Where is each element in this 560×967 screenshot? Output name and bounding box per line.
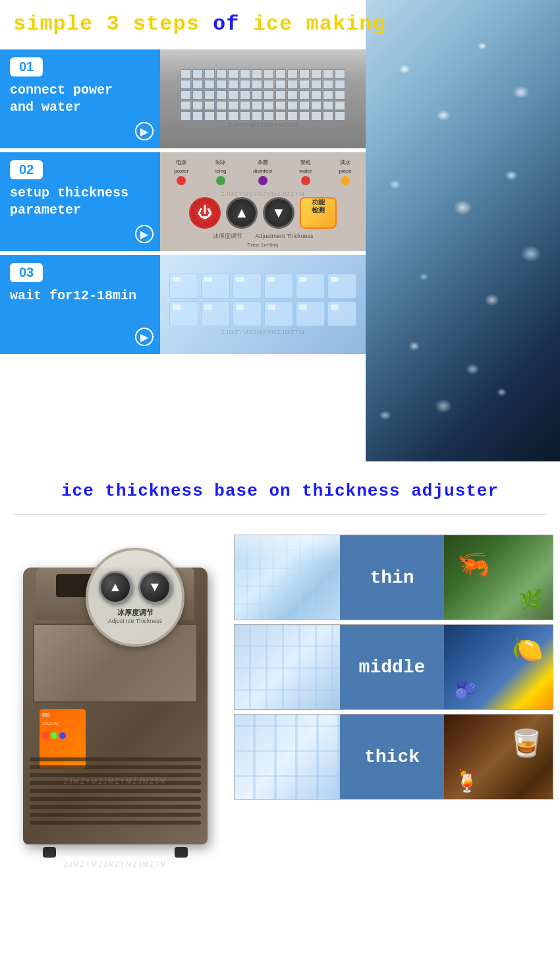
indicator-icing: 制冰 icing <box>215 159 226 185</box>
bottom-watermark: ZJMZYMZJMZYMZJMZTM <box>7 861 224 868</box>
grid-cell <box>264 111 274 121</box>
indicator-water-label-cn: 警检 <box>300 159 311 166</box>
grid-cell <box>216 111 227 121</box>
ice-cube-10 <box>264 301 293 326</box>
ice-cube-11 <box>296 301 325 326</box>
step-1-text: connect powerand water <box>10 82 154 116</box>
ice-cube-1 <box>169 274 198 299</box>
title-yellow-2: ice making <box>239 12 385 36</box>
grid-cell <box>323 80 333 89</box>
machine-vent-2 <box>30 765 201 769</box>
grid-cell <box>311 69 322 78</box>
grid-cell <box>228 69 238 78</box>
grid-cell <box>240 80 250 89</box>
wheel-left <box>43 847 56 858</box>
adjuster-label-en: Adjust Ice Thickness <box>108 618 162 624</box>
grid-cell <box>287 101 298 110</box>
thickness-row-thick: thick <box>234 714 553 800</box>
grid-cell <box>252 80 262 89</box>
grid-cell <box>204 90 215 100</box>
indicator-power-label-en: power <box>174 168 188 174</box>
machine-vent-6 <box>30 797 201 801</box>
grid-cell <box>264 101 274 110</box>
grid-cell <box>192 111 203 121</box>
ice-background <box>366 0 560 461</box>
machine-watermark: ZJMZYMZJMZYMZJMZTM <box>63 778 167 785</box>
indicator-disinfect: 杀菌 disinfect <box>253 159 272 185</box>
grid-cell <box>299 90 310 100</box>
indicator-icing-label-en: icing <box>215 168 226 174</box>
grid-cell <box>240 111 250 121</box>
grid-cell <box>299 101 310 110</box>
indicator-piece-label-cn: 满水 <box>340 159 350 166</box>
machine-wheels <box>7 847 224 858</box>
grid-cell <box>275 111 286 121</box>
machine-vent-5 <box>30 789 201 793</box>
grid-cell <box>252 69 262 78</box>
step-3-image: ZJMZYMZJMZYMZJMZTM <box>160 255 366 354</box>
func-button[interactable]: 功能检测 <box>300 197 337 229</box>
machine-vents <box>30 757 201 825</box>
grid-cell <box>252 111 262 121</box>
step-1-left: 01 connect powerand water ▶ <box>0 49 160 148</box>
thick-ice-preview <box>235 715 340 800</box>
control-buttons: ⏻ ▲ ▼ 功能检测 <box>189 197 337 229</box>
step-3-text: wait for12-18min <box>10 287 154 305</box>
adj-label-cn: 冰厚度调节 <box>213 233 242 239</box>
drinks-image <box>444 625 553 710</box>
grid-cell <box>335 80 345 89</box>
adjuster-down-btn[interactable]: ▼ <box>138 571 171 604</box>
middle-section: ice thickness base on thickness adjuster <box>0 461 560 508</box>
grid-cell <box>275 101 286 110</box>
indicator-piece: 满水 piece <box>339 159 351 185</box>
main-title: simple 3 steps of ice making <box>13 12 386 36</box>
power-button[interactable]: ⏻ <box>189 197 221 229</box>
middle-label: middle <box>359 657 426 678</box>
grid-cell <box>275 80 286 89</box>
indicator-piece-label-en: piece <box>339 168 351 174</box>
grid-cell <box>204 80 215 89</box>
machine-container: ▲ ▼ 冰厚度调节 Adjust Ice Thickness BS ZJMZYM <box>7 528 224 868</box>
wheel-right <box>175 847 188 858</box>
indicator-disinfect-label-cn: 杀菌 <box>258 159 268 166</box>
indicator-piece-dot <box>341 176 350 185</box>
grid-cell <box>192 90 203 100</box>
grid-cell <box>228 111 238 121</box>
grid-cell <box>335 101 345 110</box>
grid-cell <box>216 90 227 100</box>
grid-cell <box>287 111 298 121</box>
up-button[interactable]: ▲ <box>226 197 258 229</box>
grid-cell <box>216 69 227 78</box>
grid-cell <box>192 101 203 110</box>
grid-cell <box>335 111 345 121</box>
step-3-row: 03 wait for12-18min ▶ ZJMZYMZJMZYMZJMZTM <box>0 255 366 354</box>
down-button[interactable]: ▼ <box>263 197 294 229</box>
ice-cube-6 <box>327 274 356 299</box>
ice-cube-4 <box>264 274 293 299</box>
grid-cell <box>216 101 227 110</box>
step-2-left: 02 setup thicknessparameter ▶ <box>0 152 160 251</box>
grid-cell <box>335 90 345 100</box>
cocktail-image <box>444 715 553 800</box>
grid-cell <box>311 90 322 100</box>
grid-cell <box>181 111 191 121</box>
adjuster-circle: ▲ ▼ 冰厚度调节 Adjust Ice Thickness <box>86 548 184 647</box>
grid-cell <box>240 69 250 78</box>
indicator-power-label-cn: 电源 <box>176 159 186 166</box>
grid-row-3 <box>181 90 345 100</box>
grid-cell <box>323 101 333 110</box>
grid-cell <box>311 80 322 89</box>
control-indicators: 电源 power 制冰 icing 杀菌 disinfect <box>167 159 359 185</box>
grid-cell <box>240 101 250 110</box>
ice-cube-3 <box>233 274 262 299</box>
grid-cell <box>287 80 298 89</box>
indicator-power-dot <box>177 176 186 185</box>
grid-row-1 <box>181 69 345 78</box>
grid-cell <box>311 101 322 110</box>
ice-cube-7 <box>169 301 198 326</box>
grid-cell <box>216 80 227 89</box>
step-2-number: 02 <box>10 160 43 179</box>
indicator-icing-label-cn: 制冰 <box>215 159 226 166</box>
adjuster-buttons: ▲ ▼ <box>99 571 171 604</box>
adjuster-up-btn[interactable]: ▲ <box>99 571 132 604</box>
